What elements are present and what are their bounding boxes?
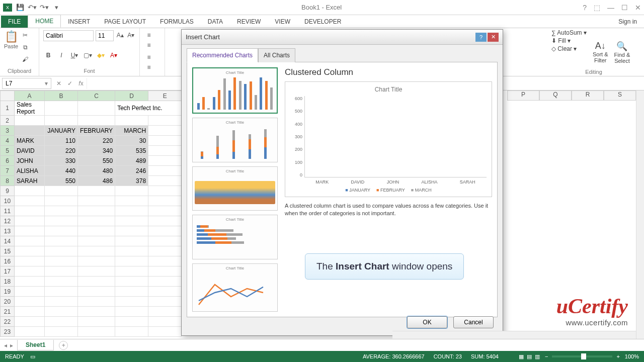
normal-view-icon[interactable]: ▦ (519, 353, 524, 360)
copy-icon[interactable]: ⧉ (20, 42, 30, 52)
tab-data[interactable]: DATA (201, 16, 230, 28)
fill-color-icon[interactable]: ◆▾ (96, 50, 106, 60)
cell[interactable]: Sales Report (15, 101, 45, 116)
col-header-b[interactable]: B (45, 91, 78, 101)
tutorial-callout: The Insert Chart window opens (305, 253, 464, 280)
name-box[interactable]: L7▾ (2, 78, 51, 89)
dialog-close-icon[interactable]: ✕ (488, 33, 499, 42)
dialog-title: Insert Chart (186, 33, 220, 41)
fill-button[interactable]: ⬇ Fill ▾ (551, 37, 587, 44)
zoom-in-icon[interactable]: + (616, 353, 619, 359)
chart-preview-box[interactable]: Chart Title 6005004003002001000 MARKDAVI… (285, 81, 492, 197)
cell[interactable]: Tech Perfect Inc. (115, 101, 182, 116)
autosum-button[interactable]: ∑ AutoSum ▾ (551, 29, 587, 36)
font-color-icon[interactable]: A▾ (109, 50, 119, 60)
cut-icon[interactable]: ✂ (20, 30, 30, 40)
page-layout-view-icon[interactable]: ▤ (527, 353, 532, 360)
sheet-nav-last-icon[interactable]: ▸ (10, 342, 13, 349)
sheet-tabs: ◂ ▸ Sheet1 + (0, 339, 644, 351)
x-axis: MARKDAVIDJOHNALISHASARAH (290, 179, 487, 185)
bold-icon[interactable]: B (43, 50, 53, 60)
help-icon[interactable]: ? (583, 4, 587, 12)
vertical-scrollbar[interactable] (636, 90, 644, 339)
excel-icon: X (3, 4, 12, 12)
tab-home[interactable]: HOME (28, 15, 61, 28)
dialog-title-bar[interactable]: Insert Chart ? ✕ (182, 30, 503, 45)
dialog-help-icon[interactable]: ? (475, 33, 487, 42)
close-icon[interactable]: ✕ (635, 4, 641, 12)
underline-icon[interactable]: U▾ (69, 50, 79, 60)
watermark: uCertify www.ucertify.com (556, 294, 628, 327)
chart-legend: JANUARY FEBRUARY MARCH (290, 188, 487, 193)
tab-formulas[interactable]: FORMULAS (153, 16, 201, 28)
chart-type-title: Clustered Column (285, 67, 492, 77)
decrease-font-icon[interactable]: A▾ (127, 30, 136, 40)
clipboard-group: 📋 Paste ✂ ⧉ 🖌 Clipboard (0, 28, 39, 76)
align-mid-icon[interactable]: ≡ (144, 40, 154, 50)
save-icon[interactable]: 💾 (16, 4, 24, 12)
tab-review[interactable]: REVIEW (230, 16, 268, 28)
horizontal-scrollbar[interactable] (392, 331, 636, 339)
sheet-nav-first-icon[interactable]: ◂ (4, 342, 7, 349)
font-name-input[interactable] (43, 30, 94, 41)
row-header[interactable]: 1 (1, 101, 15, 116)
paste-icon[interactable]: 📋 (5, 30, 18, 43)
zoom-out-icon[interactable]: − (545, 353, 548, 359)
thumb-stacked-column[interactable]: Chart Title (192, 118, 278, 162)
tab-view[interactable]: VIEW (268, 16, 297, 28)
tab-recommended-charts[interactable]: Recommended Charts (187, 48, 258, 62)
italic-icon[interactable]: I (56, 50, 66, 60)
sign-in-link[interactable]: Sign in (611, 16, 644, 28)
ribbon-options-icon[interactable]: ⬚ (594, 4, 600, 12)
tab-page-layout[interactable]: PAGE LAYOUT (97, 16, 153, 28)
thumb-stacked-area[interactable]: Chart Title (192, 166, 278, 211)
align-left-icon[interactable]: ≡ (144, 52, 154, 62)
col-header-a[interactable]: A (15, 91, 45, 101)
increase-font-icon[interactable]: A▴ (116, 30, 125, 40)
tab-all-charts[interactable]: All Charts (258, 48, 295, 62)
chart-thumbnails: Chart Title Chart Title Chart Title Char… (192, 67, 278, 312)
align-top-icon[interactable]: ≡ (144, 30, 154, 40)
plot-area (304, 96, 487, 177)
alignment-group-partial: ≡≡ ≡≡ (140, 28, 165, 76)
sort-icon: A↓ (595, 41, 606, 51)
page-break-view-icon[interactable]: ▥ (535, 353, 540, 360)
thumb-stacked-bar[interactable]: Chart Title (192, 215, 278, 259)
font-size-input[interactable] (96, 30, 114, 41)
maximize-icon[interactable]: ☐ (621, 4, 628, 12)
thumb-clustered-column[interactable]: Chart Title (192, 67, 278, 114)
chart-title: Chart Title (290, 86, 487, 93)
macro-record-icon[interactable]: ▭ (30, 353, 35, 360)
font-group: A▴ A▾ B I U▾ ▢▾ ◆▾ A▾ Font (39, 28, 140, 76)
tab-insert[interactable]: INSERT (61, 16, 97, 28)
file-tab[interactable]: FILE (1, 16, 28, 28)
quick-access-toolbar: X 💾 ↶▾ ↷▾ ▾ (3, 4, 60, 12)
tab-developer[interactable]: DEVELOPER (297, 16, 348, 28)
thumb-line[interactable]: Chart Title (192, 263, 278, 312)
qat-more-icon[interactable]: ▾ (52, 4, 60, 12)
redo-icon[interactable]: ↷▾ (40, 4, 48, 12)
zoom-slider[interactable] (552, 355, 612, 357)
ok-button[interactable]: OK (407, 316, 447, 328)
clipboard-group-label: Clipboard (4, 67, 35, 74)
format-painter-icon[interactable]: 🖌 (20, 54, 30, 64)
right-col-headers: P Q R S (507, 90, 636, 101)
sheet-tab-1[interactable]: Sheet1 (17, 340, 54, 350)
watermark-url: www.ucertify.com (556, 318, 628, 327)
clear-button[interactable]: ◇ Clear ▾ (551, 45, 587, 52)
undo-icon[interactable]: ↶▾ (28, 4, 36, 12)
enter-formula-icon[interactable]: ✓ (64, 80, 75, 87)
dialog-tabs: Recommended Charts All Charts (182, 45, 503, 62)
col-header-c[interactable]: C (78, 91, 115, 101)
cancel-button[interactable]: Cancel (453, 316, 494, 328)
y-axis: 6005004003002001000 (290, 96, 304, 177)
zoom-level[interactable]: 100% (625, 353, 639, 359)
col-header-e[interactable]: E (148, 91, 182, 101)
col-header-d[interactable]: D (115, 91, 148, 101)
fx-icon[interactable]: fx (75, 80, 87, 87)
minimize-icon[interactable]: — (607, 4, 614, 12)
cancel-formula-icon[interactable]: ✕ (53, 80, 64, 87)
add-sheet-icon[interactable]: + (59, 341, 68, 350)
align-center-icon[interactable]: ≡ (144, 62, 154, 72)
border-icon[interactable]: ▢▾ (83, 50, 93, 60)
